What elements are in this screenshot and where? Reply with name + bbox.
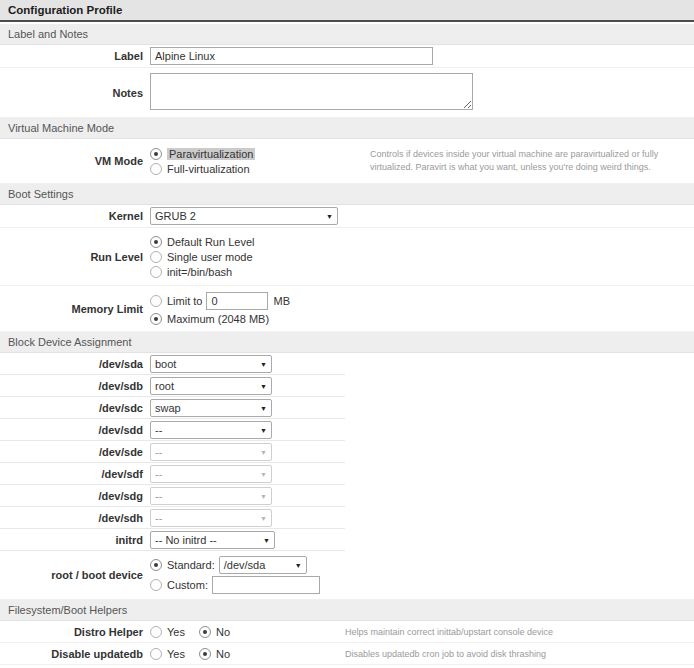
run-level-label: Run Level: [0, 251, 150, 263]
run-level-row: Run Level Default Run Level Single user …: [0, 228, 694, 286]
vm-mode-row: VM Mode Paravirtualization Full-virtuali…: [0, 139, 694, 184]
custom-device-input[interactable]: [212, 576, 320, 594]
disable-updatedb-no-radio[interactable]: [199, 648, 211, 660]
distro-helper-no-radio[interactable]: [199, 626, 211, 638]
distro-helper-help-text: Helps maintain correct inittab/upstart c…: [345, 625, 690, 638]
notes-field-label: Notes: [0, 87, 150, 99]
dev-sdb-select[interactable]: root ▼: [150, 377, 272, 395]
memory-limit-option-maximum[interactable]: Maximum (2048 MB): [150, 311, 694, 326]
dev-sdg-select-value: --: [155, 490, 162, 502]
device-row-sde: /dev/sde -- ▼: [0, 441, 694, 463]
dev-sdh-label: /dev/sdh: [0, 512, 150, 524]
disable-updatedb-no-label[interactable]: No: [216, 648, 230, 660]
single-user-mode-label[interactable]: Single user mode: [167, 251, 253, 263]
distro-helper-no-label[interactable]: No: [216, 626, 230, 638]
initrd-select[interactable]: -- No initrd -- ▼: [150, 531, 275, 549]
dropdown-arrow-icon: ▼: [260, 515, 267, 522]
dev-sde-select-value: --: [155, 446, 162, 458]
vm-mode-help-text: Controls if devices inside your virtual …: [370, 148, 692, 174]
standard-device-select[interactable]: /dev/sda ▼: [219, 556, 307, 574]
kernel-row: Kernel GRUB 2 ▼: [0, 205, 694, 228]
vm-mode-label: VM Mode: [0, 155, 150, 167]
full-virtualization-label[interactable]: Full-virtualization: [167, 163, 250, 175]
disable-updatedb-yes-radio[interactable]: [150, 648, 162, 660]
root-boot-option-custom[interactable]: Custom:: [150, 575, 694, 595]
section-boot-settings: Boot Settings: [0, 184, 694, 205]
device-row-sdd: /dev/sdd -- ▼: [0, 419, 694, 441]
kernel-select-value: GRUB 2: [155, 210, 196, 222]
memory-limit-input[interactable]: [206, 292, 268, 310]
initrd-label: initrd: [0, 534, 150, 546]
run-level-option-default[interactable]: Default Run Level: [150, 234, 694, 249]
dropdown-arrow-icon: ▼: [326, 213, 333, 220]
standard-device-radio[interactable]: [150, 559, 162, 571]
custom-device-radio[interactable]: [150, 579, 162, 591]
limit-to-radio[interactable]: [150, 295, 162, 307]
dropdown-arrow-icon: ▼: [260, 449, 267, 456]
standard-device-select-value: /dev/sda: [224, 559, 266, 571]
paravirtualization-label[interactable]: Paravirtualization: [167, 148, 255, 160]
root-boot-device-row: root / boot device Standard: /dev/sda ▼ …: [0, 551, 694, 600]
distro-helper-yes-label[interactable]: Yes: [167, 626, 185, 638]
standard-device-label[interactable]: Standard:: [167, 559, 215, 571]
single-user-mode-radio[interactable]: [150, 251, 162, 263]
dropdown-arrow-icon: ▼: [260, 427, 267, 434]
device-row-sda: /dev/sda boot ▼: [0, 353, 694, 375]
dropdown-arrow-icon: ▼: [295, 562, 302, 569]
dev-sdf-select-value: --: [155, 468, 162, 480]
paravirtualization-radio[interactable]: [150, 148, 162, 160]
disable-updatedb-label: Disable updatedb: [0, 648, 150, 660]
dev-sda-label: /dev/sda: [0, 358, 150, 370]
kernel-select[interactable]: GRUB 2 ▼: [150, 207, 338, 225]
default-run-level-radio[interactable]: [150, 236, 162, 248]
initrd-select-value: -- No initrd --: [155, 534, 217, 546]
device-row-sdh: /dev/sdh -- ▼: [0, 507, 694, 529]
device-row-sdb: /dev/sdb root ▼: [0, 375, 694, 397]
page-title: Configuration Profile: [0, 0, 694, 22]
section-block-device-assignment: Block Device Assignment: [0, 332, 694, 353]
device-row-sdf: /dev/sdf -- ▼: [0, 463, 694, 485]
dropdown-arrow-icon: ▼: [260, 383, 267, 390]
dev-sde-label: /dev/sde: [0, 446, 150, 458]
dev-sde-select: -- ▼: [150, 443, 272, 461]
dev-sda-select-value: boot: [155, 358, 176, 370]
distro-helper-label: Distro Helper: [0, 626, 150, 638]
dev-sdd-select-value: --: [155, 424, 162, 436]
section-label-and-notes: Label and Notes: [0, 24, 694, 45]
label-input[interactable]: [150, 47, 433, 65]
full-virtualization-radio[interactable]: [150, 163, 162, 175]
dropdown-arrow-icon: ▼: [263, 537, 270, 544]
run-level-option-single-user[interactable]: Single user mode: [150, 249, 694, 264]
disable-updatedb-help-text: Disables updatedb cron job to avoid disk…: [345, 647, 690, 660]
memory-limit-option-limit-to[interactable]: Limit to MB: [150, 291, 694, 311]
notes-textarea[interactable]: [150, 73, 473, 110]
dev-sdc-label: /dev/sdc: [0, 402, 150, 414]
label-row: Label: [0, 45, 694, 68]
dropdown-arrow-icon: ▼: [260, 471, 267, 478]
dev-sdd-select[interactable]: -- ▼: [150, 421, 272, 439]
disable-updatedb-yes-label[interactable]: Yes: [167, 648, 185, 660]
memory-limit-label: Memory Limit: [0, 303, 150, 315]
maximum-memory-label[interactable]: Maximum (2048 MB): [167, 313, 269, 325]
run-level-option-init-bash[interactable]: init=/bin/bash: [150, 264, 694, 279]
device-row-sdg: /dev/sdg -- ▼: [0, 485, 694, 507]
root-boot-option-standard[interactable]: Standard: /dev/sda ▼: [150, 555, 694, 575]
dev-sdb-select-value: root: [155, 380, 174, 392]
dev-sdb-label: /dev/sdb: [0, 380, 150, 392]
maximum-memory-radio[interactable]: [150, 313, 162, 325]
distro-helper-row: Distro Helper Yes No Helps maintain corr…: [0, 621, 694, 643]
init-bin-bash-label[interactable]: init=/bin/bash: [167, 266, 232, 278]
dev-sdh-select-value: --: [155, 512, 162, 524]
initrd-row: initrd -- No initrd -- ▼: [0, 529, 694, 551]
init-bin-bash-radio[interactable]: [150, 266, 162, 278]
notes-row: Notes: [0, 68, 694, 118]
distro-helper-yes-radio[interactable]: [150, 626, 162, 638]
dev-sda-select[interactable]: boot ▼: [150, 355, 272, 373]
dropdown-arrow-icon: ▼: [260, 493, 267, 500]
dev-sdg-select: -- ▼: [150, 487, 272, 505]
default-run-level-label[interactable]: Default Run Level: [167, 236, 254, 248]
memory-limit-row: Memory Limit Limit to MB Maximum (2048 M…: [0, 286, 694, 332]
custom-device-label[interactable]: Custom:: [167, 579, 208, 591]
limit-to-label[interactable]: Limit to: [167, 295, 202, 307]
dev-sdc-select[interactable]: swap ▼: [150, 399, 272, 417]
